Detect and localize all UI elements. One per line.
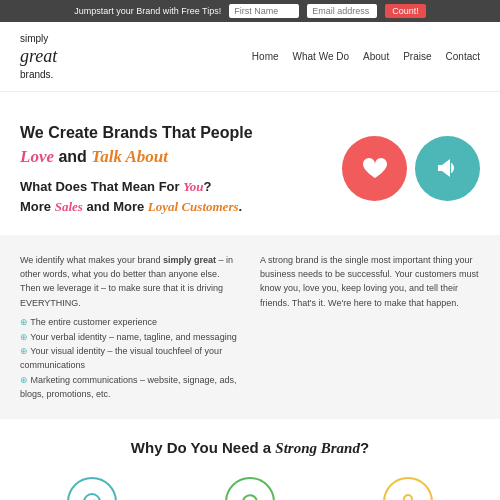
list-item: The entire customer experience [20, 315, 240, 329]
hero-icons [342, 136, 480, 201]
hero-headline: We Create Brands That People Love and Ta… [20, 122, 322, 168]
why-card-1: A brand with a sound strategy behind it … [20, 477, 164, 500]
logo-brands: brands. [20, 68, 57, 81]
main-nav: Home What We Do About Praise Contact [252, 51, 480, 62]
strategy-icon [67, 477, 117, 500]
count-button[interactable]: Count! [385, 4, 426, 18]
why-card-2: It's hard to break through the clutter. … [178, 477, 322, 500]
header: simply great brands. Home What We Do Abo… [0, 22, 500, 92]
hero-subheadline1: What Does That Mean For You? [20, 179, 322, 195]
nav-home[interactable]: Home [252, 51, 279, 62]
hero-section: We Create Brands That People Love and Ta… [0, 92, 500, 234]
info-col2-text: A strong brand is the single most import… [260, 253, 480, 311]
megaphone-icon [415, 136, 480, 201]
info-section: We identify what makes your brand simply… [0, 235, 500, 420]
svg-point-1 [404, 495, 412, 500]
hero-love: Love [20, 147, 54, 166]
list-item: Your verbal identity – name, tagline, an… [20, 330, 240, 344]
logo: simply great brands. [20, 32, 57, 81]
nav-what-we-do[interactable]: What We Do [293, 51, 350, 62]
why-cards: A brand with a sound strategy behind it … [20, 477, 480, 500]
info-col-left: We identify what makes your brand simply… [20, 253, 240, 402]
list-item: Your visual identity – the visual touchf… [20, 344, 240, 373]
hero-subheadline2: More Sales and More Loyal Customers. [20, 199, 322, 215]
top-bar: Jumpstart your Brand with Free Tips! Cou… [0, 0, 500, 22]
nav-about[interactable]: About [363, 51, 389, 62]
logo-great: great [20, 45, 57, 68]
nav-praise[interactable]: Praise [403, 51, 431, 62]
top-bar-text: Jumpstart your Brand with Free Tips! [74, 6, 221, 16]
list-item: Marketing communications – website, sign… [20, 373, 240, 402]
svg-point-0 [84, 494, 100, 500]
why-section: Why Do You Need a Strong Brand? A brand … [0, 419, 500, 500]
heart-icon [342, 136, 407, 201]
info-col1-text: We identify what makes your brand simply… [20, 253, 240, 311]
nav-contact[interactable]: Contact [446, 51, 480, 62]
logo-simply: simply [20, 32, 57, 45]
why-card-3: A brand that keeps its customers connect… [336, 477, 480, 500]
hero-text: We Create Brands That People Love and Ta… [20, 122, 322, 214]
firstname-input[interactable] [229, 4, 299, 18]
loyalty-icon [383, 477, 433, 500]
why-title: Why Do You Need a Strong Brand? [20, 439, 480, 457]
refresh-icon [225, 477, 275, 500]
email-input[interactable] [307, 4, 377, 18]
info-col1-list: The entire customer experience Your verb… [20, 315, 240, 401]
info-col-right: A strong brand is the single most import… [260, 253, 480, 402]
hero-talk-about: Talk About [91, 147, 168, 166]
